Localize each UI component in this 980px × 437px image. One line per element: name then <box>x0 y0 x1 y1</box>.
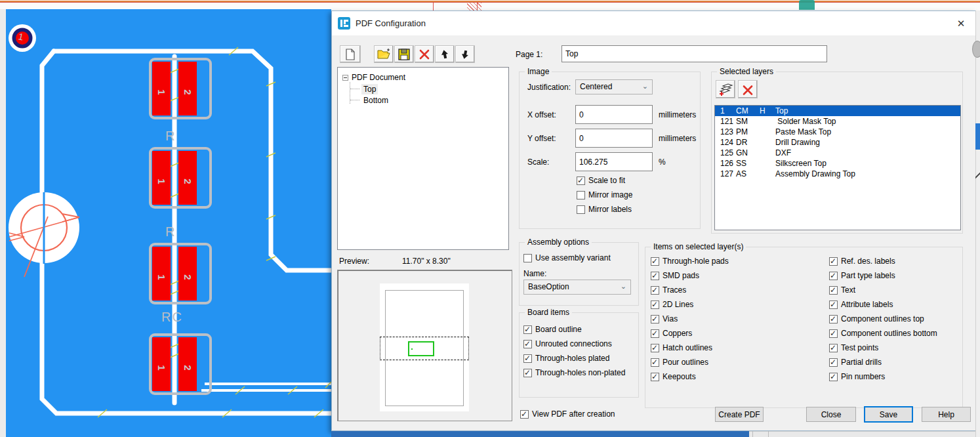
tree-root-row[interactable]: PDF Document <box>342 73 405 82</box>
smd-component[interactable]: 1 2 <box>149 147 212 209</box>
layer-row[interactable]: 125 GN DXF <box>715 148 960 158</box>
tree-item-bottom[interactable]: Bottom <box>361 95 390 106</box>
layer-item-checkbox[interactable]: Keepouts <box>651 372 729 381</box>
remove-layer-button[interactable] <box>738 80 758 98</box>
tree-collapse-icon[interactable] <box>342 75 348 81</box>
board-item-checkbox[interactable]: Through-holes plated <box>523 354 625 363</box>
checkbox-icon[interactable] <box>520 410 529 419</box>
delete-page-button[interactable] <box>415 45 434 63</box>
checkbox-icon[interactable] <box>523 369 532 377</box>
save-button[interactable]: Save <box>864 406 913 423</box>
layer-item-checkbox[interactable]: Hatch outlines <box>651 343 729 352</box>
layer-row[interactable]: 121 SM Solder Mask Top <box>715 116 960 127</box>
scrollbar-track[interactable] <box>975 10 980 437</box>
open-button[interactable] <box>374 45 394 63</box>
layer-item-checkbox[interactable]: Pour outlines <box>651 358 729 367</box>
layer-item-checkbox[interactable]: SMD pads <box>651 271 729 280</box>
image-option-checkbox[interactable]: Mirror image <box>577 190 632 199</box>
image-option-checkbox[interactable]: Scale to fit <box>577 176 632 185</box>
justification-dropdown[interactable]: Centered ⌄ <box>575 79 653 94</box>
close-icon[interactable]: ✕ <box>954 16 968 31</box>
checkbox-icon[interactable] <box>651 257 659 266</box>
checkbox-icon[interactable] <box>577 205 585 214</box>
smd-pad-1[interactable]: 1 <box>152 151 171 205</box>
checkbox-icon[interactable] <box>523 354 532 363</box>
checkbox-icon[interactable] <box>523 254 532 262</box>
close-button[interactable]: Close <box>806 407 856 422</box>
checkbox-icon[interactable] <box>651 272 659 280</box>
board-item-checkbox[interactable]: Through-holes non-plated <box>523 368 625 377</box>
checkbox-icon[interactable] <box>651 286 659 295</box>
checkbox-icon[interactable] <box>829 358 838 367</box>
checkbox-icon[interactable] <box>829 286 838 295</box>
board-item-checkbox[interactable]: Board outline <box>523 325 625 334</box>
checkbox-icon[interactable] <box>651 315 659 323</box>
view-pdf-checkbox[interactable]: View PDF after creation <box>520 409 615 419</box>
y-offset-input[interactable] <box>575 129 653 148</box>
layer-row[interactable]: 123 PM Paste Mask Top <box>715 127 960 137</box>
layer-item-checkbox[interactable]: Coppers <box>651 329 729 338</box>
smd-pad-2[interactable]: 2 <box>178 151 197 205</box>
layer-item-checkbox[interactable]: Attribute labels <box>829 300 937 309</box>
page-name-input[interactable] <box>561 45 827 62</box>
pages-tree-panel[interactable]: PDF Document Top Bottom <box>337 67 509 250</box>
layer-item-checkbox[interactable]: Component outlines top <box>829 314 937 323</box>
smd-pad-1[interactable]: 1 <box>152 337 171 391</box>
layer-item-checkbox[interactable]: Text <box>829 285 937 295</box>
checkbox-icon[interactable] <box>523 340 532 348</box>
smd-pad-1[interactable]: 1 <box>152 247 171 301</box>
checkbox-icon[interactable] <box>651 301 659 309</box>
checkbox-icon[interactable] <box>523 325 532 334</box>
checkbox-icon[interactable] <box>651 344 659 352</box>
move-up-button[interactable] <box>435 45 455 63</box>
x-offset-input[interactable] <box>575 105 653 124</box>
layer-item-checkbox[interactable]: Vias <box>651 314 729 323</box>
variant-name-dropdown[interactable]: BaseOption ⌄ <box>523 280 631 295</box>
scrollbar-thumb[interactable] <box>975 123 980 150</box>
layer-row[interactable]: 126 SS Silkscreen Top <box>715 158 960 169</box>
smd-pad-1[interactable]: 1 <box>152 62 171 115</box>
checkbox-icon[interactable] <box>829 344 838 352</box>
checkbox-icon[interactable] <box>829 329 838 338</box>
checkbox-icon[interactable] <box>829 315 838 323</box>
add-layers-button[interactable] <box>716 80 735 98</box>
checkbox-icon[interactable] <box>829 301 838 309</box>
tree-item-top[interactable]: Top <box>361 84 378 94</box>
layer-row[interactable]: 124 DR Drill Drawing <box>715 137 960 148</box>
create-pdf-button[interactable]: Create PDF <box>715 407 764 422</box>
checkbox-icon[interactable] <box>651 329 659 338</box>
new-page-button[interactable] <box>340 45 361 63</box>
checkbox-icon[interactable] <box>829 257 838 266</box>
save-button-toolbar[interactable] <box>394 45 414 63</box>
layer-item-checkbox[interactable]: Ref. des. labels <box>829 257 937 266</box>
smd-component[interactable]: 1 2 <box>149 58 212 119</box>
layer-item-checkbox[interactable]: Component outlines bottom <box>829 329 937 338</box>
layer-item-checkbox[interactable]: Test points <box>829 343 937 352</box>
layer-row[interactable]: 127 AS Assembly Drawing Top <box>715 169 960 179</box>
image-option-checkbox[interactable]: Mirror labels <box>577 205 632 214</box>
layer-item-checkbox[interactable]: Partial drills <box>829 358 937 367</box>
layer-item-checkbox[interactable]: Traces <box>651 285 729 295</box>
layer-row[interactable]: 1 CM H Top <box>715 106 960 116</box>
checkbox-icon[interactable] <box>651 373 659 381</box>
smd-pad-2[interactable]: 2 <box>178 62 197 115</box>
layer-item-checkbox[interactable]: Through-hole pads <box>651 257 729 266</box>
move-down-button[interactable] <box>455 45 475 63</box>
smd-pad-2[interactable]: 2 <box>178 247 197 301</box>
smd-pad-2[interactable]: 2 <box>178 337 197 391</box>
checkbox-icon[interactable] <box>577 191 585 199</box>
help-button[interactable]: Help <box>922 407 971 422</box>
scale-input[interactable] <box>575 152 653 171</box>
checkbox-icon[interactable] <box>651 358 659 367</box>
checkbox-icon[interactable] <box>829 373 838 381</box>
layer-item-checkbox[interactable]: Part type labels <box>829 271 937 280</box>
board-item-checkbox[interactable]: Unrouted connections <box>523 339 625 348</box>
checkbox-icon[interactable] <box>829 272 838 280</box>
smd-component[interactable]: 1 2 <box>149 333 212 395</box>
layers-list[interactable]: 1 CM H Top 121 SM Solder Mask Top 123 PM… <box>714 105 961 230</box>
use-assembly-variant-checkbox[interactable]: Use assembly variant <box>523 253 611 262</box>
layer-item-checkbox[interactable]: Pin numbers <box>829 372 937 381</box>
pcb-canvas[interactable]: 1 1 2 1 2 <box>6 9 331 437</box>
checkbox-icon[interactable] <box>577 177 585 185</box>
smd-component[interactable]: 1 2 <box>149 243 212 304</box>
